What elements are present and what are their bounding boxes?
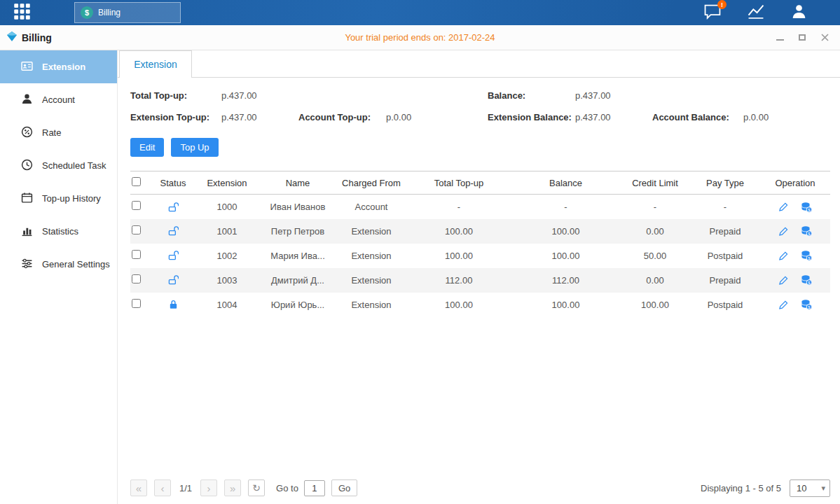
sidebar-item-account[interactable]: Account	[0, 83, 117, 116]
cell-name: Мария Ива...	[259, 244, 336, 268]
extension-topup-value: p.437.00	[221, 112, 298, 122]
goto-page-input[interactable]	[304, 480, 325, 496]
person-icon	[21, 93, 33, 107]
edit-row-icon[interactable]	[778, 226, 789, 237]
cell-pay-type: Postpaid	[690, 244, 760, 268]
row-checkbox[interactable]	[132, 299, 141, 308]
select-all-checkbox[interactable]	[132, 177, 141, 186]
prev-page-button[interactable]: ‹	[154, 479, 171, 496]
col-header-credit-limit: Credit Limit	[620, 172, 690, 195]
maximize-button[interactable]	[798, 34, 806, 42]
top-up-row-icon[interactable]: $	[801, 202, 812, 213]
edit-row-icon[interactable]	[778, 251, 789, 261]
maximize-icon	[799, 34, 806, 41]
col-header-status: Status	[151, 172, 195, 195]
col-header-name: Name	[259, 172, 336, 195]
table-row: 1003 Дмитрий Д... Extension 112.00 112.0…	[130, 268, 830, 293]
table-row: 1001 Петр Петров Extension 100.00 100.00…	[130, 219, 830, 244]
sidebar-item-label: Top-up History	[42, 193, 101, 204]
col-header-pay-type: Pay Type	[690, 172, 760, 195]
edit-row-icon[interactable]	[778, 300, 789, 310]
cell-name: Дмитрий Д...	[259, 268, 336, 293]
row-checkbox[interactable]	[132, 274, 141, 284]
edit-row-icon[interactable]	[778, 202, 789, 212]
sidebar-item-rate[interactable]: Rate	[0, 116, 117, 149]
minimize-button[interactable]	[776, 34, 784, 42]
user-icon	[790, 3, 808, 22]
app-launcher-button[interactable]	[0, 0, 43, 25]
top-up-row-icon[interactable]: $	[801, 299, 812, 310]
status-cell	[151, 219, 195, 244]
cell-credit-limit: -	[620, 195, 690, 219]
cell-credit-limit: 100.00	[620, 293, 690, 317]
row-checkbox[interactable]	[132, 225, 141, 234]
cell-credit-limit: 0.00	[620, 268, 690, 293]
chevron-down-icon: ▾	[821, 484, 825, 493]
go-button[interactable]: Go	[331, 479, 357, 496]
close-icon	[821, 34, 829, 41]
first-page-button[interactable]: «	[130, 479, 147, 496]
edit-button[interactable]: Edit	[130, 138, 164, 157]
bar-chart-icon	[21, 225, 33, 239]
user-account-button[interactable]	[790, 3, 808, 22]
cell-total-topup: 112.00	[406, 268, 511, 293]
status-cell	[151, 244, 195, 268]
cell-extension: 1003	[195, 268, 259, 293]
balance-value: p.437.00	[575, 90, 652, 101]
messages-button[interactable]: !	[703, 4, 722, 22]
sidebar-item-statistics[interactable]: Statistics	[0, 215, 117, 248]
sliders-icon	[21, 258, 33, 272]
sidebar-item-general-settings[interactable]: General Settings	[0, 248, 117, 281]
topbar-right: !	[703, 3, 808, 22]
last-page-button[interactable]: »	[224, 479, 241, 496]
sidebar-item-label: Extension	[42, 62, 85, 72]
cell-extension: 1001	[195, 219, 259, 244]
goto-label: Go to	[276, 483, 298, 493]
cell-total-topup: 100.00	[406, 293, 511, 317]
cell-total-topup: -	[406, 195, 511, 219]
page-size-select[interactable]: 10 ▾	[790, 479, 830, 497]
extension-balance-label: Extension Balance:	[488, 112, 575, 122]
account-topup-label: Account Top-up:	[298, 112, 386, 122]
sidebar-item-label: Statistics	[42, 226, 78, 237]
top-up-row-icon[interactable]: $	[801, 250, 812, 261]
sidebar-item-scheduled-task[interactable]: Scheduled Task	[0, 149, 117, 182]
cell-extension: 1000	[195, 195, 259, 219]
sidebar: Extension Account Rate Scheduled Task To…	[0, 50, 118, 504]
account-topup-value: p.0.00	[386, 112, 488, 122]
apps-grid-icon	[13, 2, 32, 23]
cell-charged-from: Account	[336, 195, 406, 219]
unlocked-icon	[168, 202, 179, 213]
sidebar-item-label: Scheduled Task	[42, 160, 106, 171]
line-chart-icon	[747, 4, 765, 22]
cell-extension: 1004	[195, 293, 259, 317]
row-checkbox[interactable]	[132, 250, 141, 259]
next-page-button[interactable]: ›	[200, 479, 217, 496]
row-checkbox[interactable]	[132, 201, 141, 210]
col-header-total-topup: Total Top-up	[406, 172, 511, 195]
tab-extension[interactable]: Extension	[119, 50, 192, 78]
table-row: 1004 Юрий Юрь... Extension 100.00 100.00…	[130, 293, 830, 317]
sidebar-item-topup-history[interactable]: Top-up History	[0, 182, 117, 215]
locked-icon	[168, 299, 179, 310]
page-size-value: 10	[797, 483, 806, 493]
trial-notice: Your trial period ends on: 2017-02-24	[345, 32, 495, 43]
close-button[interactable]	[820, 34, 829, 42]
extension-table: Status Extension Name Charged From Total…	[130, 171, 830, 317]
statistics-button[interactable]	[747, 4, 765, 22]
sidebar-item-extension[interactable]: Extension	[0, 50, 117, 83]
content: Extension Total Top-up: p.437.00 Balance…	[118, 50, 840, 504]
cell-balance: 112.00	[511, 268, 620, 293]
edit-row-icon[interactable]	[778, 275, 789, 286]
status-cell	[151, 293, 195, 317]
top-up-row-icon[interactable]: $	[801, 225, 812, 237]
refresh-button[interactable]: ↻	[248, 479, 265, 496]
billing-dollar-icon: $	[81, 6, 93, 19]
billing-taskbar-tab[interactable]: $ Billing	[74, 2, 181, 23]
pagination-bar: « ‹ 1/1 › » ↻ Go to Go Displaying 1 - 5 …	[118, 472, 840, 504]
top-up-row-icon[interactable]: $	[801, 274, 812, 286]
status-cell	[151, 195, 195, 219]
top-up-button[interactable]: Top Up	[171, 138, 218, 157]
titlebar: Billing Your trial period ends on: 2017-…	[0, 25, 840, 50]
table-row: 1000 Иван Иванов Account - - - - $	[130, 195, 830, 219]
